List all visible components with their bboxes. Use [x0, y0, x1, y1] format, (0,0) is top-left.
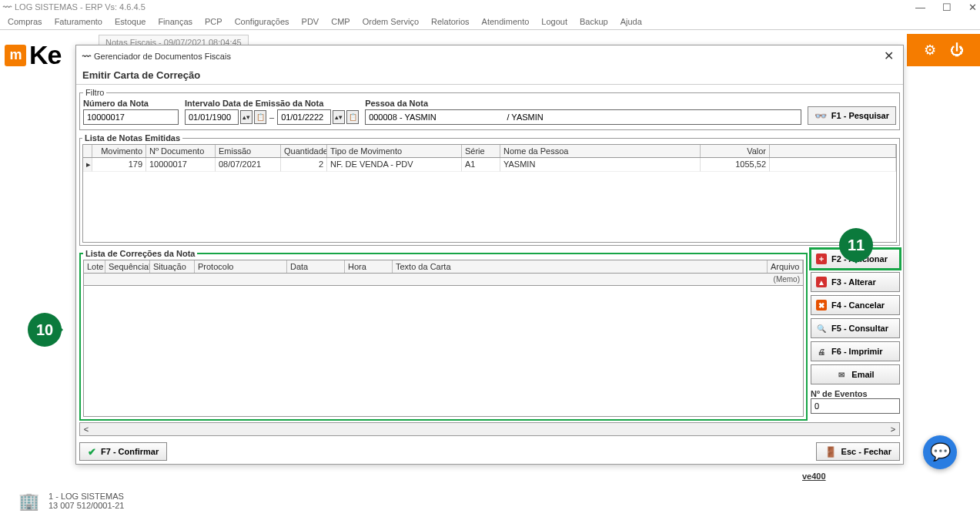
cell-tipo-movimento: NF. DE VENDA - PDV: [327, 158, 462, 172]
header-accent-bar: ⚙ ⏻: [907, 34, 980, 66]
maximize-icon[interactable]: ☐: [942, 2, 952, 13]
correcoes-fieldset: Lista de Correções da Nota Lote Sequênci…: [79, 249, 808, 421]
app-title: LOG SISTEMAS - ERP Vs: 4.6.4.5: [15, 2, 915, 12]
menu-backup[interactable]: Backup: [575, 15, 613, 28]
close-icon[interactable]: ✕: [968, 2, 977, 13]
fechar-label: Esc - Fechar: [841, 447, 891, 456]
table-row[interactable]: ▸ 179 10000017 08/07/2021 2 NF. DE VENDA…: [83, 158, 896, 172]
intervalo-label: Intervalo Data de Emissão da Nota: [185, 99, 359, 108]
confirmar-label: F7 - Confirmar: [101, 447, 159, 456]
menu-financas[interactable]: Finanças: [153, 15, 197, 28]
menu-pcp[interactable]: PCP: [200, 15, 227, 28]
menu-relatorios[interactable]: Relatorios: [426, 15, 474, 28]
numero-nota-label: Número da Nota: [83, 99, 179, 108]
power-icon[interactable]: ⏻: [950, 42, 964, 59]
data-de-calendar-icon[interactable]: 📋: [254, 110, 266, 124]
check-icon: ✔: [88, 446, 96, 458]
side-button-panel: ＋ F2 - Adicionar ▲ F3 - Alterar ✖ F4 - C…: [811, 249, 900, 421]
col-nome-pessoa[interactable]: Nome da Pessoa: [500, 145, 701, 157]
cell-emissao: 08/07/2021: [216, 158, 281, 172]
window-controls: — ☐ ✕: [915, 2, 977, 13]
lista-body[interactable]: ▸ 179 10000017 08/07/2021 2 NF. DE VENDA…: [82, 158, 897, 243]
col-situacao[interactable]: Situação: [150, 260, 195, 273]
correcoes-body[interactable]: [83, 286, 804, 417]
col-sequencial[interactable]: Sequêncial: [105, 260, 150, 273]
chat-icon[interactable]: 💬: [923, 435, 957, 469]
menu-compras[interactable]: Compras: [3, 15, 47, 28]
consultar-button[interactable]: 🔍 F5 - Consultar: [811, 318, 900, 338]
brand-badge-icon: m: [5, 45, 26, 66]
col-documento[interactable]: Nº Documento: [146, 145, 216, 157]
menu-ajuda[interactable]: Ajuda: [616, 15, 647, 28]
dialog-close-icon[interactable]: ✕: [881, 49, 897, 63]
row-pointer-icon: ▸: [83, 158, 92, 172]
scroll-left-icon[interactable]: <: [80, 425, 92, 434]
minimize-icon[interactable]: —: [915, 2, 925, 13]
data-de-input[interactable]: [185, 109, 239, 125]
menu-logout[interactable]: Logout: [537, 15, 572, 28]
fechar-button[interactable]: 🚪 Esc - Fechar: [816, 442, 900, 461]
email-button[interactable]: ✉ Email: [811, 364, 900, 384]
col-data[interactable]: Data: [287, 260, 345, 273]
cell-documento: 10000017: [146, 158, 216, 172]
col-tipo-movimento[interactable]: Tipo de Movimento: [327, 145, 462, 157]
lista-legend: Lista de Notas Emitidas: [82, 133, 182, 143]
col-texto-carta[interactable]: Texto da Carta: [393, 260, 768, 273]
menu-estoque[interactable]: Estoque: [110, 15, 150, 28]
company-cnpj: 13 007 512/0001-21: [48, 501, 124, 510]
cell-quantidade: 2: [281, 158, 327, 172]
cell-extra: [770, 158, 896, 172]
col-emissao[interactable]: Emissão: [216, 145, 281, 157]
cancelar-button[interactable]: ✖ F4 - Cancelar: [811, 295, 900, 315]
eventos-input[interactable]: [811, 398, 900, 414]
menu-configuracoes[interactable]: Configurações: [230, 15, 294, 28]
col-lote[interactable]: Lote: [84, 260, 105, 273]
pessoa-label: Pessoa da Nota: [365, 99, 801, 108]
cancel-icon: ✖: [816, 300, 827, 311]
menu-atendimento[interactable]: Atendimento: [477, 15, 534, 28]
lista-header-row: Movimento Nº Documento Emissão Quantidad…: [82, 144, 897, 158]
gear-icon[interactable]: ⚙: [924, 42, 936, 59]
eventos-label: Nº de Eventos: [811, 389, 900, 398]
data-ate-calendar-icon[interactable]: 📋: [346, 110, 359, 124]
confirmar-button[interactable]: ✔ F7 - Confirmar: [79, 442, 167, 461]
menu-ordem-servico[interactable]: Ordem Serviço: [358, 15, 423, 28]
memo-hint: (Memo): [83, 274, 804, 286]
col-valor[interactable]: Valor: [701, 145, 770, 157]
menubar: Compras Faturamento Estoque Finanças PCP…: [0, 14, 980, 30]
col-quantidade[interactable]: Quantidade: [281, 145, 327, 157]
alterar-button[interactable]: ▲ F3 - Alterar: [811, 272, 900, 292]
mail-icon: ✉: [836, 369, 847, 380]
menu-cmp[interactable]: CMP: [326, 15, 354, 28]
col-protocolo[interactable]: Protocolo: [195, 260, 287, 273]
data-de-spinner-icon[interactable]: ▴▾: [240, 110, 253, 124]
numero-nota-input[interactable]: [83, 109, 179, 125]
scroll-right-icon[interactable]: >: [887, 425, 899, 434]
data-ate-spinner-icon[interactable]: ▴▾: [333, 110, 345, 124]
gerenciador-dialog: 〰 Gerenciador de Documentos Fiscais ✕ Em…: [75, 45, 904, 465]
consultar-label: F5 - Consultar: [831, 324, 888, 333]
col-hora[interactable]: Hora: [345, 260, 393, 273]
callout-11: 11: [839, 228, 873, 262]
dialog-footer: ✔ F7 - Confirmar 🚪 Esc - Fechar: [76, 439, 903, 464]
pesquisar-button[interactable]: 👓 F1 - Pesquisar: [808, 106, 896, 125]
pessoa-input[interactable]: [365, 109, 801, 125]
col-serie[interactable]: Série: [462, 145, 500, 157]
menu-pdv[interactable]: PDV: [297, 15, 324, 28]
row-pointer-header: [83, 145, 92, 157]
ve400-link[interactable]: ve400: [802, 472, 826, 481]
pesquisar-label: F1 - Pesquisar: [831, 111, 889, 120]
horizontal-scrollbar[interactable]: < >: [79, 422, 900, 436]
col-movimento[interactable]: Movimento: [92, 145, 146, 157]
col-arquivo[interactable]: Arquivo: [768, 260, 803, 273]
data-ate-input[interactable]: [277, 109, 331, 125]
correcoes-legend: Lista de Correções da Nota: [83, 249, 197, 258]
brand-logo: mKe: [5, 40, 61, 70]
imprimir-button[interactable]: 🖨 F6 - Imprimir: [811, 341, 900, 361]
cell-movimento: 179: [92, 158, 146, 172]
callout-10: 10: [28, 313, 62, 347]
search-icon: 🔍: [816, 323, 827, 334]
company-name: 1 - LOG SISTEMAS: [48, 492, 124, 501]
filtro-fieldset: Filtro Número da Nota Intervalo Data de …: [79, 88, 900, 130]
menu-faturamento[interactable]: Faturamento: [50, 15, 107, 28]
